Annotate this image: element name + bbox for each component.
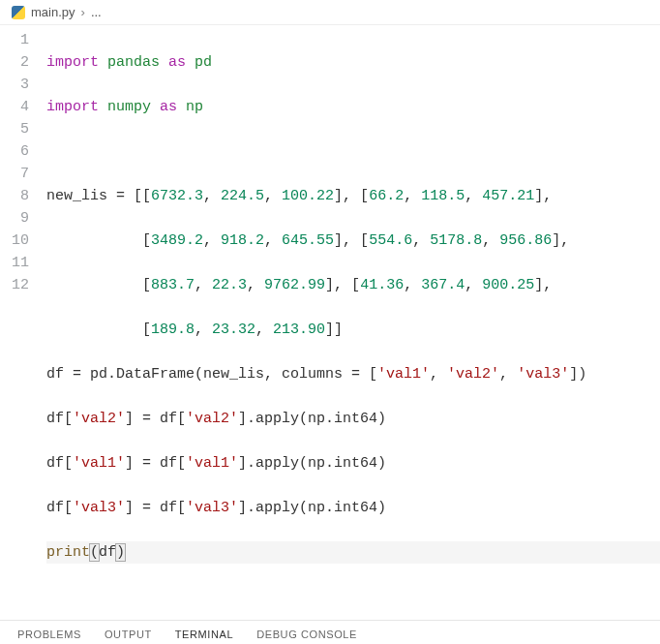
tab-problems[interactable]: PROBLEMS <box>17 629 81 644</box>
string-literal: 'val1' <box>186 455 238 472</box>
breadcrumb[interactable]: main.py › ... <box>0 0 660 25</box>
code-text: new_lis = [[ <box>46 188 151 204</box>
code-text: ] = df[ <box>125 500 186 516</box>
code-text: ]) <box>569 366 586 383</box>
module-name: pandas <box>107 54 160 71</box>
module-name: numpy <box>107 99 151 115</box>
line-number-gutter: 1 2 3 4 5 6 7 8 9 10 11 12 <box>0 29 46 608</box>
identifier: df <box>99 544 116 561</box>
number-literal: 118.5 <box>421 188 465 204</box>
line-number: 6 <box>0 140 29 163</box>
number-literal: 883.7 <box>151 277 195 293</box>
alias: pd <box>195 54 212 71</box>
code-text: ]] <box>325 322 343 338</box>
code-text: ] = df[ <box>125 411 186 427</box>
line-number: 5 <box>0 118 29 140</box>
number-literal: 224.5 <box>221 188 264 204</box>
number-literal: 100.22 <box>282 188 334 204</box>
code-text: ], <box>534 188 552 204</box>
code-text: ].apply(np.int64) <box>238 500 386 516</box>
code-text: [ <box>46 232 151 249</box>
string-literal: 'val2' <box>447 366 499 383</box>
code-content[interactable]: import pandas as pd import numpy as np n… <box>46 29 660 608</box>
number-literal: 3489.2 <box>151 232 203 249</box>
panel-tab-bar: PROBLEMS OUTPUT TERMINAL DEBUG CONSOLE <box>0 620 660 644</box>
line-number: 7 <box>0 163 29 185</box>
keyword-as: as <box>160 99 177 115</box>
number-literal: 554.6 <box>369 232 412 249</box>
paren-close: ) <box>116 544 125 561</box>
number-literal: 956.86 <box>499 232 552 249</box>
number-literal: 9762.99 <box>264 277 325 293</box>
tab-terminal[interactable]: TERMINAL <box>175 629 233 644</box>
number-literal: 5178.8 <box>430 232 482 249</box>
keyword-as: as <box>168 54 186 71</box>
string-literal: 'val2' <box>73 411 125 427</box>
code-text: ], <box>534 277 552 293</box>
line-number: 10 <box>0 230 29 252</box>
line-number: 3 <box>0 74 29 96</box>
paren-open: ( <box>90 544 99 561</box>
line-number: 9 <box>0 207 29 230</box>
number-literal: 66.2 <box>369 188 404 204</box>
string-literal: 'val1' <box>377 366 430 383</box>
number-literal: 645.55 <box>282 232 334 249</box>
number-literal: 213.90 <box>273 322 325 338</box>
number-literal: 6732.3 <box>151 188 203 204</box>
string-literal: 'val3' <box>186 500 238 516</box>
number-literal: 367.4 <box>421 277 465 293</box>
code-text: ], <box>552 232 569 249</box>
line-number: 11 <box>0 252 29 274</box>
keyword-import: import <box>46 99 99 115</box>
tab-output[interactable]: OUTPUT <box>105 629 152 644</box>
code-text: ].apply(np.int64) <box>238 411 386 427</box>
number-literal: 900.25 <box>482 277 534 293</box>
string-literal: 'val3' <box>73 500 125 516</box>
number-literal: 918.2 <box>221 232 264 249</box>
code-text: df[ <box>46 500 73 516</box>
code-text: df = pd.DataFrame(new_lis, columns = [ <box>46 366 377 383</box>
line-number: 4 <box>0 96 29 118</box>
breadcrumb-more[interactable]: ... <box>91 5 102 19</box>
number-literal: 22.3 <box>212 277 247 293</box>
code-text: ], [ <box>325 277 360 293</box>
number-literal: 41.36 <box>360 277 404 293</box>
code-text: df[ <box>46 411 73 427</box>
function-call: print <box>46 544 90 561</box>
code-text: ] = df[ <box>125 455 186 472</box>
code-text: ], [ <box>334 232 369 249</box>
line-number: 12 <box>0 274 29 296</box>
string-literal: 'val1' <box>73 455 125 472</box>
alias: np <box>186 99 203 115</box>
code-text: ].apply(np.int64) <box>238 455 386 472</box>
number-literal: 189.8 <box>151 322 195 338</box>
line-number: 8 <box>0 185 29 207</box>
line-number: 1 <box>0 29 29 51</box>
number-literal: 457.21 <box>482 188 534 204</box>
code-text: [ <box>46 322 151 338</box>
code-text: [ <box>46 277 151 293</box>
code-text: df[ <box>46 455 73 472</box>
line-number: 2 <box>0 51 29 74</box>
string-literal: 'val2' <box>186 411 238 427</box>
breadcrumb-file[interactable]: main.py <box>31 5 75 19</box>
code-editor[interactable]: 1 2 3 4 5 6 7 8 9 10 11 12 import pandas… <box>0 25 660 608</box>
code-text: ], [ <box>334 188 369 204</box>
tab-debug-console[interactable]: DEBUG CONSOLE <box>256 629 357 644</box>
number-literal: 23.32 <box>212 322 255 338</box>
keyword-import: import <box>46 54 99 71</box>
python-file-icon <box>12 6 25 19</box>
chevron-right-icon: › <box>81 5 85 19</box>
string-literal: 'val3' <box>517 366 569 383</box>
